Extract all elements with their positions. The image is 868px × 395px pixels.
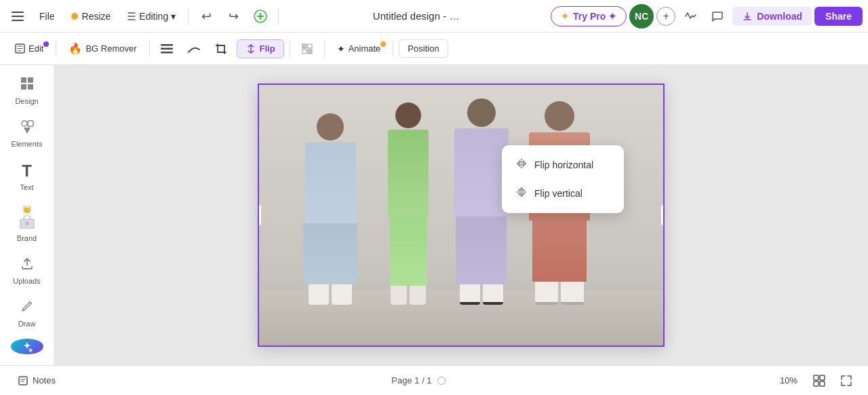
curve-icon-button[interactable] xyxy=(182,37,205,60)
nav-divider-2 xyxy=(278,8,279,24)
svg-rect-22 xyxy=(19,377,27,385)
svg-rect-5 xyxy=(161,44,173,46)
edit-label: Edit xyxy=(28,43,43,54)
svg-rect-11 xyxy=(308,50,312,54)
add-collaborator-button[interactable]: + xyxy=(656,7,675,26)
elements-label: Elements xyxy=(12,140,43,148)
animate-button[interactable]: ✦ Animate xyxy=(330,40,388,58)
magic-studio-button[interactable] xyxy=(11,339,43,354)
edit-badge xyxy=(43,41,49,47)
grid-view-button[interactable] xyxy=(808,370,830,392)
page-dot[interactable] xyxy=(437,377,446,385)
flip-dropdown-menu: Flip horizontal Flip vertical xyxy=(502,145,624,213)
lines-icon-button[interactable] xyxy=(155,37,178,60)
download-button[interactable]: Download xyxy=(732,7,812,26)
toolbar-divider-2 xyxy=(149,41,150,57)
sidebar-item-text[interactable]: T Text xyxy=(3,156,51,197)
canvas-area[interactable]: 🔒 ⧉ + xyxy=(54,65,868,365)
resize-button[interactable]: Resize xyxy=(64,8,118,24)
svg-rect-24 xyxy=(820,375,825,380)
svg-rect-26 xyxy=(820,381,825,386)
notes-button[interactable]: Notes xyxy=(11,373,62,389)
toolbar-divider-3 xyxy=(290,41,290,57)
uploads-icon xyxy=(20,256,35,274)
sidebar-item-design[interactable]: Design xyxy=(3,71,51,111)
position-label: Position xyxy=(408,43,439,54)
svg-rect-17 xyxy=(28,121,33,126)
toolbar-divider-5 xyxy=(393,41,393,57)
resize-label: Resize xyxy=(82,11,111,22)
brand-label: Brand xyxy=(17,234,37,242)
expand-view-button[interactable] xyxy=(835,370,857,392)
pattern-icon-button[interactable] xyxy=(296,37,319,60)
sidebar: Design Elements T Text 👑 xyxy=(0,65,54,365)
sidebar-item-draw[interactable]: Draw xyxy=(3,293,51,333)
design-icon xyxy=(20,76,35,94)
svg-rect-12 xyxy=(21,77,26,83)
draw-icon xyxy=(20,299,35,317)
elements-icon xyxy=(20,119,35,137)
text-label: Text xyxy=(20,183,33,191)
toolbar-divider-1 xyxy=(56,41,56,57)
resize-handle-right[interactable] xyxy=(660,204,665,226)
figure-2 xyxy=(378,102,439,305)
crown-icon: 👑 xyxy=(18,205,36,214)
editing-chevron: ▾ xyxy=(171,11,176,22)
editing-button[interactable]: Editing ▾ xyxy=(120,8,182,24)
svg-rect-8 xyxy=(302,44,307,48)
nav-divider-1 xyxy=(188,8,189,24)
animate-label: Animate xyxy=(349,43,381,54)
figure-1 xyxy=(296,113,364,305)
hamburger-menu[interactable] xyxy=(5,4,30,29)
draw-label: Draw xyxy=(18,320,36,328)
page-indicator: Page 1 / 1 xyxy=(391,375,431,385)
canvas-photo xyxy=(259,85,663,345)
flip-horizontal-option[interactable]: Flip horizontal xyxy=(507,151,618,179)
sidebar-item-uploads[interactable]: Uploads xyxy=(3,250,51,290)
toolbar-divider-4 xyxy=(324,41,325,57)
sidebar-item-brand[interactable]: 👑 Brand xyxy=(3,200,51,248)
crop-icon-button[interactable] xyxy=(210,37,233,60)
svg-rect-14 xyxy=(21,84,26,90)
user-avatar[interactable]: NC xyxy=(629,4,654,29)
zoom-indicator[interactable]: 10% xyxy=(774,373,803,388)
svg-rect-10 xyxy=(302,50,307,54)
flip-vertical-option[interactable]: Flip vertical xyxy=(507,179,618,208)
document-title[interactable]: Untitled design - … xyxy=(284,10,548,22)
svg-point-16 xyxy=(22,121,27,126)
redo-button[interactable]: ↪ xyxy=(221,4,245,29)
animate-badge xyxy=(380,41,386,47)
edit-button[interactable]: Edit xyxy=(8,40,50,57)
file-menu[interactable]: File xyxy=(33,8,62,24)
bg-remover-button[interactable]: 🔥 BG Remover xyxy=(62,39,143,58)
text-icon: T xyxy=(22,162,32,181)
star-icon: ✦ xyxy=(561,11,569,22)
resize-handle-left[interactable] xyxy=(258,204,262,226)
sidebar-item-elements[interactable]: Elements xyxy=(3,113,51,153)
flip-label: Flip xyxy=(260,43,275,54)
activity-button[interactable] xyxy=(678,4,703,29)
download-label: Download xyxy=(757,11,802,22)
comments-button[interactable] xyxy=(705,4,730,29)
svg-rect-0 xyxy=(12,12,24,13)
svg-rect-15 xyxy=(28,84,33,90)
try-pro-button[interactable]: ✦ Try Pro ✦ xyxy=(551,6,627,26)
uploads-label: Uploads xyxy=(13,277,40,285)
svg-point-20 xyxy=(25,221,29,225)
notes-label: Notes xyxy=(33,375,56,385)
flip-button[interactable]: Flip xyxy=(237,39,284,58)
svg-rect-2 xyxy=(12,20,24,21)
top-navbar: File Resize Editing ▾ ↩ ↪ Untitled desig… xyxy=(0,0,868,33)
svg-rect-7 xyxy=(161,52,173,54)
svg-rect-13 xyxy=(28,77,33,83)
undo-button[interactable]: ↩ xyxy=(194,4,218,29)
position-button[interactable]: Position xyxy=(399,39,448,58)
svg-marker-18 xyxy=(24,128,31,134)
share-button[interactable]: Share xyxy=(814,7,863,26)
secondary-toolbar: Edit 🔥 BG Remover Flip xyxy=(0,33,868,65)
try-pro-label: Try Pro ✦ xyxy=(573,11,616,22)
svg-rect-25 xyxy=(814,381,818,386)
canvas-frame[interactable]: 🔒 ⧉ + xyxy=(258,83,665,347)
magic-button[interactable] xyxy=(248,4,273,29)
brand-icon-wrap: 👑 xyxy=(18,205,36,231)
